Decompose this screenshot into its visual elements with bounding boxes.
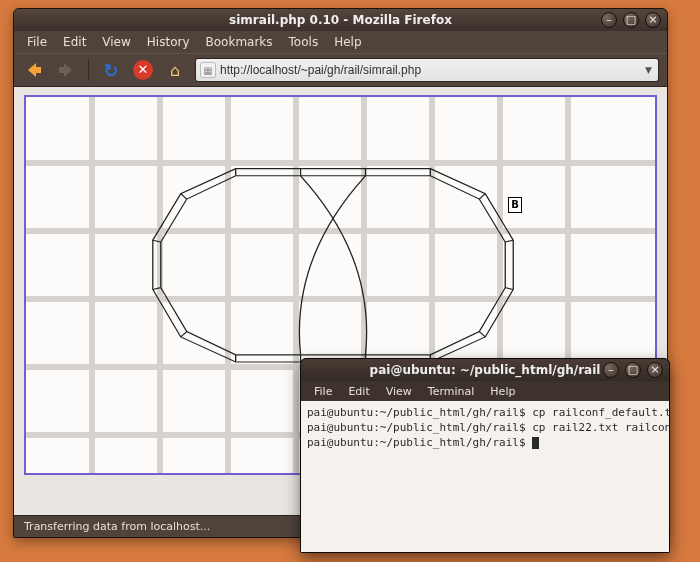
- term-menu-edit[interactable]: Edit: [341, 383, 376, 400]
- page-favicon: ▦: [200, 62, 216, 78]
- menu-history[interactable]: History: [140, 33, 197, 51]
- svg-line-4: [479, 194, 485, 199]
- toolbar-separator: [88, 59, 89, 81]
- reload-icon: ↻: [103, 60, 118, 81]
- home-icon: ⌂: [170, 61, 180, 80]
- menu-edit[interactable]: Edit: [56, 33, 93, 51]
- menu-bookmarks[interactable]: Bookmarks: [199, 33, 280, 51]
- term-menu-view[interactable]: View: [379, 383, 419, 400]
- terminal-cursor: [532, 437, 539, 449]
- close-button[interactable]: ×: [645, 12, 661, 28]
- terminal-body[interactable]: pai@ubuntu:~/public_html/gh/rail$ cp rai…: [301, 401, 669, 552]
- firefox-menubar: File Edit View History Bookmarks Tools H…: [14, 31, 667, 53]
- svg-line-6: [505, 288, 513, 290]
- terminal-close-button[interactable]: ×: [647, 362, 663, 378]
- terminal-line: pai@ubuntu:~/public_html/gh/rail$ cp rai…: [307, 420, 663, 435]
- terminal-line: pai@ubuntu:~/public_html/gh/rail$: [307, 435, 663, 450]
- menu-view[interactable]: View: [95, 33, 137, 51]
- url-dropdown-icon[interactable]: ▼: [643, 65, 654, 75]
- menu-help[interactable]: Help: [327, 33, 368, 51]
- terminal-window-controls: – □ ×: [603, 362, 663, 378]
- svg-line-13: [153, 288, 161, 290]
- firefox-title: simrail.php 0.10 - Mozilla Firefox: [14, 13, 667, 27]
- track-marker-b[interactable]: B: [508, 197, 522, 213]
- menu-file[interactable]: File: [20, 33, 54, 51]
- svg-line-5: [505, 240, 513, 242]
- terminal-minimize-button[interactable]: –: [603, 362, 619, 378]
- url-bar[interactable]: ▦ ▼: [195, 58, 659, 82]
- firefox-toolbar: ↻ ✕ ⌂ ▦ ▼: [14, 53, 667, 87]
- firefox-titlebar[interactable]: simrail.php 0.10 - Mozilla Firefox – □ ×: [14, 9, 667, 31]
- term-menu-help[interactable]: Help: [483, 383, 522, 400]
- terminal-titlebar[interactable]: pai@ubuntu: ~/public_html/gh/rail – □ ×: [301, 359, 669, 381]
- svg-line-14: [153, 240, 161, 242]
- url-input[interactable]: [220, 63, 639, 77]
- window-controls: – □ ×: [601, 12, 661, 28]
- back-button[interactable]: [22, 58, 46, 82]
- terminal-maximize-button[interactable]: □: [625, 362, 641, 378]
- terminal-window: pai@ubuntu: ~/public_html/gh/rail – □ × …: [300, 358, 670, 553]
- maximize-button[interactable]: □: [623, 12, 639, 28]
- menu-tools[interactable]: Tools: [282, 33, 326, 51]
- forward-button[interactable]: [54, 58, 78, 82]
- stop-button[interactable]: ✕: [131, 58, 155, 82]
- status-text: Transferring data from localhost...: [24, 520, 210, 533]
- home-button[interactable]: ⌂: [163, 58, 187, 82]
- reload-button[interactable]: ↻: [99, 58, 123, 82]
- term-menu-terminal[interactable]: Terminal: [421, 383, 482, 400]
- terminal-line: pai@ubuntu:~/public_html/gh/rail$ cp rai…: [307, 405, 663, 420]
- svg-line-15: [181, 194, 187, 199]
- stop-icon: ✕: [133, 60, 153, 80]
- svg-line-7: [479, 332, 485, 337]
- svg-line-12: [181, 332, 187, 337]
- minimize-button[interactable]: –: [601, 12, 617, 28]
- term-menu-file[interactable]: File: [307, 383, 339, 400]
- terminal-menubar: File Edit View Terminal Help: [301, 381, 669, 401]
